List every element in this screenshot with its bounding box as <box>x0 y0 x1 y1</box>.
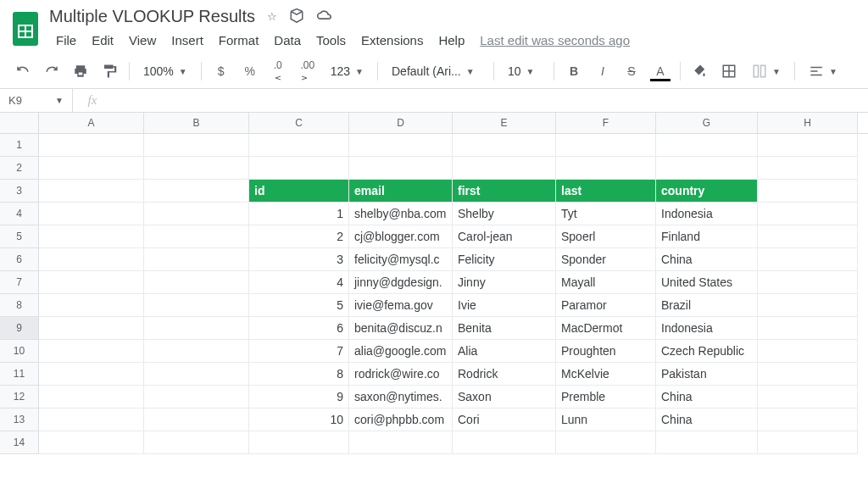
cell-id[interactable]: 3 <box>249 248 349 271</box>
cell-last[interactable]: McKelvie <box>556 363 656 386</box>
font-select[interactable]: Default (Ari...▼ <box>385 64 487 78</box>
align-button[interactable]: ▼ <box>802 64 844 79</box>
cell[interactable] <box>249 134 349 157</box>
cell[interactable] <box>453 134 556 157</box>
fill-color-button[interactable] <box>687 59 713 83</box>
cell[interactable] <box>39 225 144 248</box>
star-icon[interactable]: ☆ <box>267 10 277 23</box>
cell[interactable] <box>39 363 144 386</box>
cell[interactable] <box>453 157 556 180</box>
cell-id[interactable]: 5 <box>249 294 349 317</box>
table-header-country[interactable]: country <box>656 180 758 203</box>
col-header-F[interactable]: F <box>556 113 656 133</box>
cell-country[interactable]: China <box>656 386 758 409</box>
strikethrough-button[interactable]: S <box>619 59 644 83</box>
currency-button[interactable]: $ <box>209 59 234 83</box>
cell[interactable] <box>39 271 144 294</box>
col-header-B[interactable]: B <box>144 113 249 133</box>
cell[interactable] <box>758 180 858 203</box>
cell-first[interactable]: Saxon <box>453 386 556 409</box>
cell-first[interactable]: Ivie <box>453 294 556 317</box>
cell[interactable] <box>144 340 249 363</box>
cell-id[interactable]: 10 <box>249 409 349 431</box>
cell-id[interactable]: 6 <box>249 317 349 340</box>
cell-last[interactable]: Paramor <box>556 294 656 317</box>
menu-insert[interactable]: Insert <box>164 30 210 51</box>
cell-email[interactable]: benita@discuz.n <box>349 317 453 340</box>
cell[interactable] <box>39 386 144 409</box>
col-header-E[interactable]: E <box>453 113 556 133</box>
last-edit-link[interactable]: Last edit was seconds ago <box>473 30 637 51</box>
cell[interactable] <box>39 431 144 454</box>
font-size-select[interactable]: 10▼ <box>501 64 547 78</box>
cell[interactable] <box>758 271 858 294</box>
merge-cells-button[interactable]: ▼ <box>745 64 787 79</box>
row-header[interactable]: 5 <box>0 225 39 248</box>
row-header[interactable]: 9 <box>0 317 39 340</box>
cell-last[interactable]: Tyt <box>556 203 656 225</box>
row-header[interactable]: 10 <box>0 340 39 363</box>
cell[interactable] <box>144 157 249 180</box>
cell-first[interactable]: Benita <box>453 317 556 340</box>
menu-tools[interactable]: Tools <box>309 30 353 51</box>
menu-data[interactable]: Data <box>267 30 308 51</box>
cell[interactable] <box>758 248 858 271</box>
cell-country[interactable]: Indonesia <box>656 317 758 340</box>
row-header[interactable]: 13 <box>0 409 39 431</box>
cell[interactable] <box>349 134 453 157</box>
cell-last[interactable]: MacDermot <box>556 317 656 340</box>
cell[interactable] <box>453 431 556 454</box>
cell-email[interactable]: felicity@mysql.c <box>349 248 453 271</box>
cell[interactable] <box>556 157 656 180</box>
cell[interactable] <box>39 203 144 225</box>
row-header[interactable]: 2 <box>0 157 39 180</box>
italic-button[interactable]: I <box>590 59 615 83</box>
borders-button[interactable] <box>716 59 742 83</box>
cell[interactable] <box>39 157 144 180</box>
col-header-G[interactable]: G <box>656 113 758 133</box>
cell-id[interactable]: 7 <box>249 340 349 363</box>
cell[interactable] <box>144 294 249 317</box>
cell[interactable] <box>249 157 349 180</box>
percent-button[interactable]: % <box>237 59 263 83</box>
row-header[interactable]: 8 <box>0 294 39 317</box>
menu-file[interactable]: File <box>49 30 83 51</box>
cell-last[interactable]: Lunn <box>556 409 656 431</box>
select-all-corner[interactable] <box>0 113 39 133</box>
cell[interactable] <box>144 431 249 454</box>
redo-button[interactable] <box>39 59 64 83</box>
table-header-last[interactable]: last <box>556 180 656 203</box>
row-header[interactable]: 7 <box>0 271 39 294</box>
cell[interactable] <box>39 317 144 340</box>
cell[interactable] <box>39 294 144 317</box>
decrease-decimal-button[interactable]: .0 <box>266 59 292 83</box>
cell[interactable] <box>758 203 858 225</box>
cell[interactable] <box>758 134 858 157</box>
cell-id[interactable]: 8 <box>249 363 349 386</box>
number-format-select[interactable]: 123▼ <box>324 64 370 78</box>
cell[interactable] <box>39 134 144 157</box>
cell-id[interactable]: 2 <box>249 225 349 248</box>
row-header[interactable]: 1 <box>0 134 39 157</box>
cell[interactable] <box>758 317 858 340</box>
table-header-first[interactable]: first <box>453 180 556 203</box>
cell[interactable] <box>349 431 453 454</box>
cell-id[interactable]: 9 <box>249 386 349 409</box>
table-header-email[interactable]: email <box>349 180 453 203</box>
cell-first[interactable]: Cori <box>453 409 556 431</box>
bold-button[interactable]: B <box>561 59 587 83</box>
menu-help[interactable]: Help <box>431 30 471 51</box>
row-header[interactable]: 14 <box>0 431 39 454</box>
cell[interactable] <box>144 134 249 157</box>
increase-decimal-button[interactable]: .00 <box>295 59 320 83</box>
col-header-H[interactable]: H <box>758 113 858 133</box>
col-header-A[interactable]: A <box>39 113 144 133</box>
cell[interactable] <box>758 294 858 317</box>
cell-first[interactable]: Alia <box>453 340 556 363</box>
cell[interactable] <box>39 409 144 431</box>
formula-input[interactable] <box>112 89 868 112</box>
table-header-id[interactable]: id <box>249 180 349 203</box>
text-color-button[interactable]: A <box>648 59 673 83</box>
row-header[interactable]: 3 <box>0 180 39 203</box>
cell-country[interactable]: Czech Republic <box>656 340 758 363</box>
